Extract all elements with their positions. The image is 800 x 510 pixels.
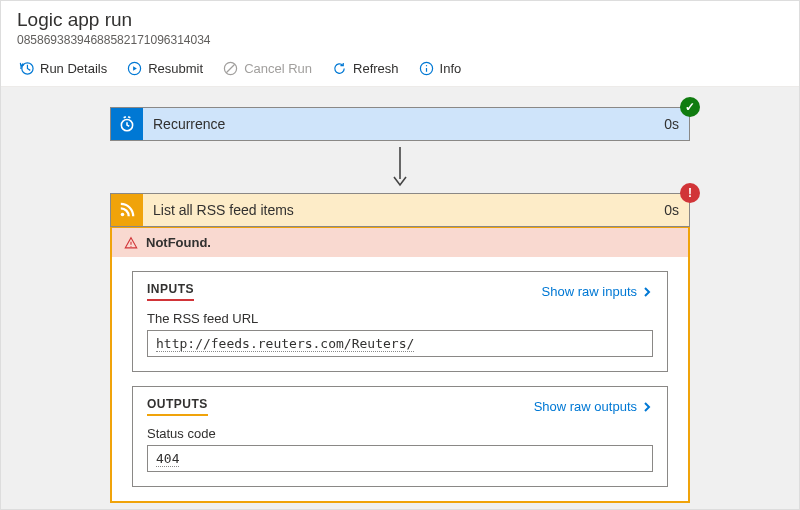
step-title: List all RSS feed items	[143, 194, 645, 226]
warning-icon	[124, 236, 138, 250]
step-rss[interactable]: ! List all RSS feed items 0s NotFound. I…	[110, 193, 690, 503]
field-label: Status code	[147, 426, 653, 441]
connector-arrow	[1, 147, 799, 187]
info-button[interactable]: Info	[411, 57, 470, 80]
step-recurrence[interactable]: ✓ Recurrence 0s	[110, 107, 690, 141]
toolbar: Run Details Resubmit Cancel Run Refresh …	[1, 51, 799, 87]
outputs-heading: OUTPUTS	[147, 397, 208, 416]
resubmit-button[interactable]: Resubmit	[119, 57, 211, 80]
step-title: Recurrence	[143, 108, 645, 140]
error-bar: NotFound.	[112, 227, 688, 257]
svg-point-4	[425, 65, 426, 66]
clock-icon	[111, 108, 143, 140]
rss-icon	[111, 194, 143, 226]
chevron-right-icon	[641, 286, 653, 298]
designer-canvas: ✓ Recurrence 0s ! List all RSS feed item…	[1, 87, 799, 510]
error-badge-icon: !	[680, 183, 700, 203]
inputs-panel: INPUTS Show raw inputs The RSS feed URL …	[132, 271, 668, 372]
page-header: Logic app run 08586938394688582171096314…	[1, 1, 799, 51]
run-id: 08586938394688582171096314034	[17, 33, 783, 47]
inputs-heading: INPUTS	[147, 282, 194, 301]
field-label: The RSS feed URL	[147, 311, 653, 326]
svg-point-7	[130, 245, 131, 246]
info-icon	[419, 61, 434, 76]
history-icon	[19, 61, 34, 76]
page-title: Logic app run	[17, 9, 783, 31]
cancel-icon	[223, 61, 238, 76]
refresh-button[interactable]: Refresh	[324, 57, 407, 80]
step-body: NotFound. INPUTS Show raw inputs The RSS…	[110, 227, 690, 503]
show-raw-outputs-link[interactable]: Show raw outputs	[534, 399, 653, 414]
outputs-panel: OUTPUTS Show raw outputs Status code 404	[132, 386, 668, 487]
show-raw-inputs-link[interactable]: Show raw inputs	[542, 284, 653, 299]
resubmit-icon	[127, 61, 142, 76]
svg-point-6	[121, 213, 125, 217]
status-code-value: 404	[147, 445, 653, 472]
refresh-icon	[332, 61, 347, 76]
rss-url-value: http://feeds.reuters.com/Reuters/	[147, 330, 653, 357]
success-badge-icon: ✓	[680, 97, 700, 117]
cancel-run-button: Cancel Run	[215, 57, 320, 80]
run-details-button[interactable]: Run Details	[11, 57, 115, 80]
chevron-right-icon	[641, 401, 653, 413]
